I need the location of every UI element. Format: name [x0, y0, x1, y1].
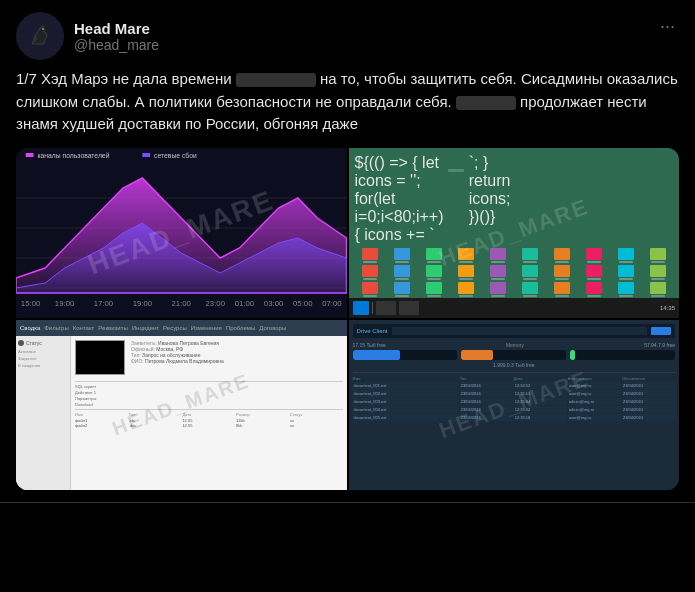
svg-rect-19 — [142, 153, 150, 157]
svg-text:каналы пользователей: каналы пользователей — [37, 151, 109, 158]
desktop-cell[interactable]: 14:35 ${(() => { let icons = ''; for(let… — [349, 148, 680, 318]
user-info: Head Mare @head_mare — [74, 20, 159, 53]
svg-rect-17 — [26, 153, 34, 157]
tweet-header-left: Head Mare @head_mare — [16, 12, 159, 60]
svg-text:01:00: 01:00 — [235, 298, 255, 307]
svg-text:19:00: 19:00 — [55, 298, 75, 307]
server-label2: 57.94.7.9 free — [644, 342, 675, 348]
svg-text:05:00: 05:00 — [293, 298, 313, 307]
svg-text:15:00: 15:00 — [21, 298, 41, 307]
redacted-1 — [236, 73, 316, 87]
svg-text:07:00: 07:00 — [322, 298, 342, 307]
display-name: Head Mare — [74, 20, 159, 37]
svg-point-1 — [42, 28, 44, 30]
svg-text:сетевые сбои: сетевые сбои — [154, 151, 197, 158]
chart-cell[interactable]: 15:00 19:00 17:00 19:00 21:00 23:00 01:0… — [16, 148, 347, 318]
more-icon[interactable]: ··· — [656, 12, 679, 41]
admin-cell[interactable]: Сводка Фильтры Контакт Реквизиты Инциден… — [16, 320, 347, 490]
svg-text:21:00: 21:00 — [172, 298, 192, 307]
redacted-2 — [456, 96, 516, 110]
tweet-card: Head Mare @head_mare ··· 1/7 Хэд Марэ не… — [0, 0, 695, 503]
avatar[interactable] — [16, 12, 64, 60]
image-grid: 15:00 19:00 17:00 19:00 21:00 23:00 01:0… — [16, 148, 679, 490]
server-label3: 1.999.0.3 Тыб free — [353, 362, 676, 368]
svg-text:17:00: 17:00 — [94, 298, 114, 307]
handle: @head_mare — [74, 37, 159, 53]
server-cell[interactable]: Drive Client 17.15 Тыб free Memory 57.94… — [349, 320, 680, 490]
body-text-1: 1/7 Хэд Марэ не дала времени — [16, 70, 232, 87]
tweet-header: Head Mare @head_mare ··· — [16, 12, 679, 60]
svg-text:03:00: 03:00 — [264, 298, 284, 307]
svg-text:23:00: 23:00 — [206, 298, 226, 307]
server-label1: 17.15 Тыб free — [353, 342, 386, 348]
svg-text:19:00: 19:00 — [133, 298, 153, 307]
tweet-body: 1/7 Хэд Марэ не дала времени на то, чтоб… — [16, 68, 679, 136]
